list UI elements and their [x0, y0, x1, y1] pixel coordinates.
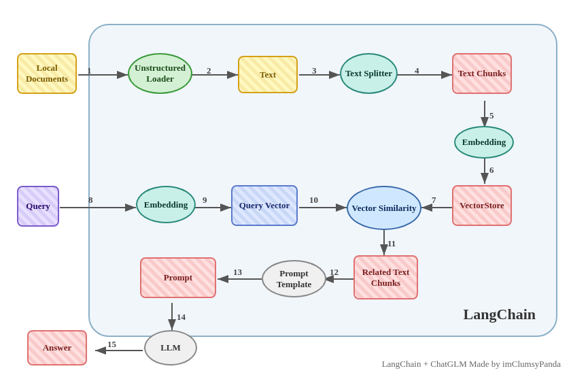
text-splitter-node: Text Splitter: [340, 53, 398, 94]
step-12: 12: [330, 267, 339, 278]
query-node: Query: [17, 186, 59, 227]
step-11: 11: [387, 238, 396, 249]
local-documents-node: Local Documents: [17, 53, 77, 94]
step-1: 1: [87, 65, 92, 76]
langchain-label: LangChain: [464, 306, 536, 323]
query-vector-node: Query Vector: [231, 185, 298, 226]
diagram-container: LangChain: [7, 7, 581, 383]
prompt-node: Prompt: [140, 257, 216, 298]
llm-node: LLM: [144, 330, 197, 365]
text-chunks-node: Text Chunks: [452, 53, 512, 94]
step-15: 15: [107, 339, 116, 350]
footer-text: LangChain + ChatGLM Made by imClumsyPand…: [382, 359, 561, 370]
step-3: 3: [312, 65, 317, 76]
step-13: 13: [233, 267, 242, 278]
step-6: 6: [489, 165, 494, 176]
vector-similarity-node: Vector Similarity: [347, 186, 421, 230]
step-14: 14: [177, 312, 186, 323]
prompt-template-node: Prompt Template: [262, 260, 326, 297]
step-4: 4: [415, 65, 419, 76]
embedding2-node: Embedding: [136, 186, 196, 223]
answer-node: Answer: [27, 330, 87, 365]
unstructured-loader-node: Unstructured Loader: [128, 53, 192, 94]
vectorstore-node: VectorStore: [452, 185, 512, 226]
step-7: 7: [432, 195, 436, 206]
step-8: 8: [88, 195, 93, 206]
step-5: 5: [489, 110, 494, 121]
step-2: 2: [207, 65, 211, 76]
step-10: 10: [309, 195, 318, 206]
related-text-chunks-node: Related Text Chunks: [353, 255, 418, 299]
text-node: Text: [238, 56, 298, 93]
step-9: 9: [203, 195, 207, 206]
embedding1-node: Embedding: [454, 126, 514, 159]
